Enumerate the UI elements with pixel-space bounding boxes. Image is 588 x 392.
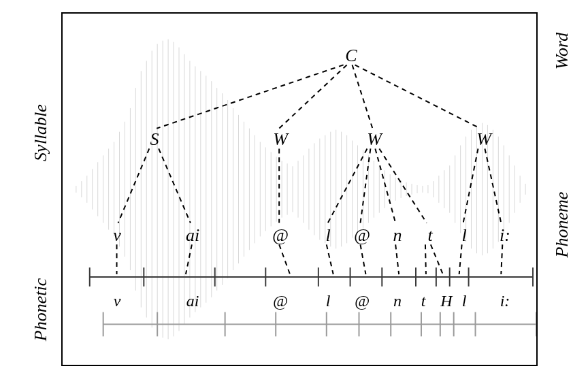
phonetic-seg-label-1: ai <box>186 292 199 310</box>
svg-line-106 <box>501 244 502 274</box>
tier-label-word: Word <box>552 33 572 69</box>
svg-line-96 <box>485 148 501 223</box>
phoneme-node-7: l <box>461 225 466 246</box>
phonetic-seg-label-8: l <box>462 292 467 310</box>
svg-line-105 <box>459 244 462 274</box>
svg-line-87 <box>355 65 480 128</box>
svg-line-93 <box>375 148 395 223</box>
svg-line-103 <box>425 244 426 274</box>
phoneme-node-1: ai <box>186 225 199 246</box>
svg-line-86 <box>353 65 373 128</box>
phonetic-seg-label-0: v <box>114 292 121 310</box>
tier-label-phoneme: Phoneme <box>552 192 572 258</box>
svg-line-98 <box>186 244 192 274</box>
phoneme-node-0: v <box>113 225 121 246</box>
phoneme-node-8: i: <box>500 225 510 246</box>
phoneme-node-3: l <box>325 225 330 246</box>
svg-line-88 <box>118 148 150 223</box>
svg-line-92 <box>360 148 370 223</box>
phoneme-node-2: @ <box>272 225 289 246</box>
svg-line-100 <box>327 244 333 274</box>
diagram-frame: CSWWWvai@l@ntli: vai@l@ntHli: <box>61 12 538 366</box>
phonetic-seg-label-4: @ <box>355 292 370 310</box>
phonetic-seg-label-9: i: <box>500 292 510 310</box>
svg-line-99 <box>279 244 290 274</box>
phoneme-node-5: n <box>393 225 402 246</box>
syllable-node-1: W <box>273 129 288 150</box>
svg-line-101 <box>360 244 365 274</box>
svg-line-104 <box>431 244 443 274</box>
syllable-node-0: S <box>150 129 159 150</box>
phoneme-node-6: t <box>427 225 432 246</box>
svg-line-89 <box>159 148 191 223</box>
phonetic-seg-label-5: n <box>393 292 402 310</box>
tree-lines <box>63 14 536 365</box>
syllable-node-2: W <box>367 129 382 150</box>
phoneme-node-4: @ <box>354 225 370 246</box>
syllable-node-3: W <box>476 129 491 150</box>
word-node: C <box>345 46 357 66</box>
phonetic-seg-label-3: l <box>326 292 331 310</box>
phonetic-seg-label-2: @ <box>273 292 288 310</box>
svg-line-91 <box>328 148 368 223</box>
phonetic-seg-label-7: H <box>440 292 452 310</box>
waveform <box>63 14 536 365</box>
phonetic-seg-label-6: t <box>421 292 426 310</box>
tier-label-syllable: Syllable <box>31 104 51 161</box>
svg-line-94 <box>379 148 427 223</box>
svg-line-85 <box>279 65 346 128</box>
svg-line-84 <box>157 65 343 128</box>
svg-line-95 <box>463 148 478 223</box>
tier-label-phonetic: Phonetic <box>31 278 51 341</box>
svg-line-102 <box>395 244 399 274</box>
